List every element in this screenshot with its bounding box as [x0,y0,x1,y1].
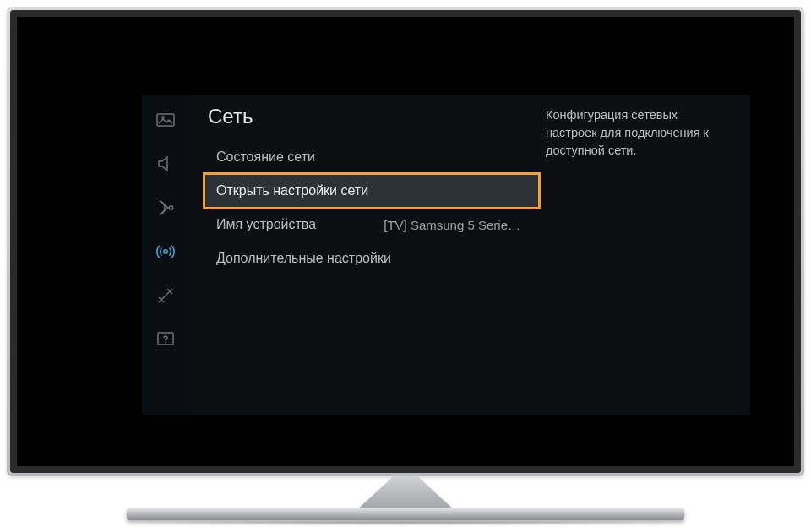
network-icon[interactable] [154,242,177,262]
tv-stand-base [127,508,684,520]
description-text: Конфигурация сетевых настроек для подклю… [546,106,720,160]
tv-bezel: Сеть Состояние сети Открыть настройки се… [10,10,801,473]
broadcast-icon[interactable] [154,198,177,218]
svg-point-2 [169,206,172,209]
svg-point-3 [164,250,167,253]
menu-item-label: Дополнительные настройки [216,251,391,266]
sound-icon[interactable] [154,154,177,174]
menu-item-network-status[interactable]: Состояние сети [204,140,539,174]
system-icon[interactable] [154,285,177,306]
tv-screen: Сеть Состояние сети Открыть настройки се… [17,17,794,466]
settings-panel: Сеть Состояние сети Открыть настройки се… [142,95,750,415]
menu-item-expert-settings[interactable]: Дополнительные настройки [204,242,539,275]
support-icon[interactable] [154,329,177,350]
svg-point-1 [162,117,165,119]
menu-item-label: Состояние сети [216,149,315,165]
svg-rect-4 [158,333,173,345]
svg-point-5 [165,342,166,343]
menu-column: Сеть Состояние сети Открыть настройки се… [189,95,539,415]
settings-sidebar [142,95,189,415]
picture-icon[interactable] [154,110,177,130]
menu-item-label: Имя устройства [216,217,316,232]
menu-item-label: Открыть настройки сети [216,183,368,198]
svg-rect-0 [157,114,174,126]
description-panel: Конфигурация сетевых настроек для подклю… [539,95,732,415]
menu-item-value: [TV] Samsung 5 Serie… [384,218,527,232]
settings-main: Сеть Состояние сети Открыть настройки се… [189,95,750,415]
tv-stand-neck [355,476,456,512]
tv-frame: Сеть Состояние сети Открыть настройки се… [7,7,804,476]
menu-item-open-network-settings[interactable]: Открыть настройки сети [204,174,539,208]
menu-title: Сеть [206,101,539,140]
menu-item-device-name[interactable]: Имя устройства [TV] Samsung 5 Serie… [204,208,539,242]
